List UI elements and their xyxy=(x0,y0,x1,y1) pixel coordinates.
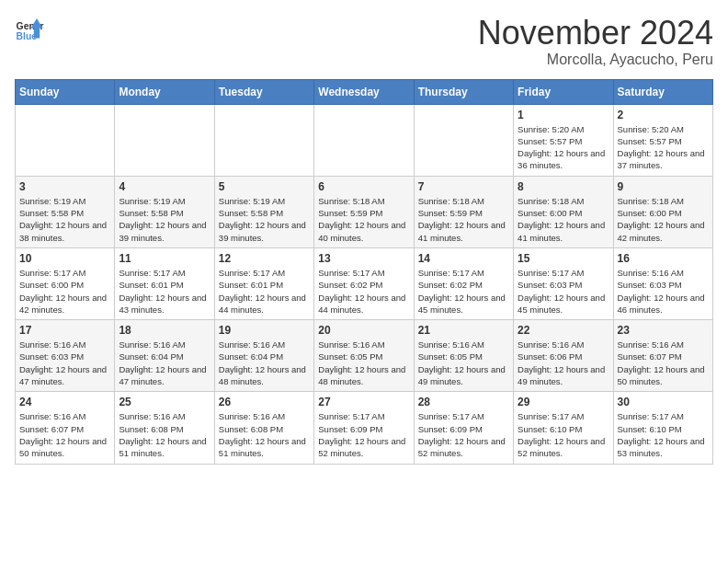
cell-info: Sunrise: 5:18 AM Sunset: 5:59 PM Dayligh… xyxy=(418,195,509,244)
calendar-header-row: SundayMondayTuesdayWednesdayThursdayFrid… xyxy=(16,79,713,104)
calendar-cell: 14 Sunrise: 5:17 AM Sunset: 6:02 PM Dayl… xyxy=(414,247,513,319)
calendar-cell: 25 Sunrise: 5:16 AM Sunset: 6:08 PM Dayl… xyxy=(115,392,214,464)
cell-info: Sunrise: 5:16 AM Sunset: 6:06 PM Dayligh… xyxy=(518,339,609,387)
cell-info: Sunrise: 5:16 AM Sunset: 6:08 PM Dayligh… xyxy=(219,410,310,459)
cell-date: 29 xyxy=(518,396,609,408)
calendar-cell: 28 Sunrise: 5:17 AM Sunset: 6:09 PM Dayl… xyxy=(414,392,513,464)
cell-date: 2 xyxy=(618,109,709,121)
cell-date: 16 xyxy=(618,252,709,265)
calendar-cell: 29 Sunrise: 5:17 AM Sunset: 6:10 PM Dayl… xyxy=(514,392,613,464)
calendar-cell: 24 Sunrise: 5:16 AM Sunset: 6:07 PM Dayl… xyxy=(16,392,115,464)
calendar-table: SundayMondayTuesdayWednesdayThursdayFrid… xyxy=(15,79,713,465)
calendar-cell: 7 Sunrise: 5:18 AM Sunset: 5:59 PM Dayli… xyxy=(414,176,513,247)
cell-info: Sunrise: 5:17 AM Sunset: 6:00 PM Dayligh… xyxy=(19,267,110,316)
calendar-cell: 9 Sunrise: 5:18 AM Sunset: 6:00 PM Dayli… xyxy=(613,176,712,247)
cell-date: 19 xyxy=(219,324,310,337)
cell-info: Sunrise: 5:17 AM Sunset: 6:09 PM Dayligh… xyxy=(318,410,409,459)
calendar-day-header: Saturday xyxy=(613,79,712,104)
cell-date: 8 xyxy=(518,180,609,193)
title-block: November 2024 Morcolla, Ayacucho, Peru xyxy=(478,15,713,68)
cell-info: Sunrise: 5:16 AM Sunset: 6:05 PM Dayligh… xyxy=(418,339,509,387)
cell-info: Sunrise: 5:17 AM Sunset: 6:09 PM Dayligh… xyxy=(418,410,509,459)
cell-info: Sunrise: 5:19 AM Sunset: 5:58 PM Dayligh… xyxy=(119,195,210,244)
cell-info: Sunrise: 5:20 AM Sunset: 5:57 PM Dayligh… xyxy=(618,123,709,172)
calendar-cell: 27 Sunrise: 5:17 AM Sunset: 6:09 PM Dayl… xyxy=(314,392,414,464)
calendar-cell: 3 Sunrise: 5:19 AM Sunset: 5:58 PM Dayli… xyxy=(16,176,115,247)
cell-date: 5 xyxy=(219,180,310,193)
page-title: November 2024 xyxy=(478,15,713,52)
cell-info: Sunrise: 5:18 AM Sunset: 6:00 PM Dayligh… xyxy=(618,195,709,244)
cell-info: Sunrise: 5:16 AM Sunset: 6:03 PM Dayligh… xyxy=(618,267,709,316)
calendar-cell: 1 Sunrise: 5:20 AM Sunset: 5:57 PM Dayli… xyxy=(514,104,613,176)
cell-date: 26 xyxy=(219,396,310,408)
cell-date: 21 xyxy=(418,324,509,337)
cell-date: 17 xyxy=(19,324,110,337)
calendar-cell: 15 Sunrise: 5:17 AM Sunset: 6:03 PM Dayl… xyxy=(514,247,613,319)
calendar-cell: 23 Sunrise: 5:16 AM Sunset: 6:07 PM Dayl… xyxy=(613,320,712,392)
calendar-cell: 19 Sunrise: 5:16 AM Sunset: 6:04 PM Dayl… xyxy=(214,320,313,392)
cell-date: 3 xyxy=(19,180,110,193)
cell-date: 15 xyxy=(518,252,609,265)
cell-date: 4 xyxy=(119,180,210,193)
calendar-cell: 13 Sunrise: 5:17 AM Sunset: 6:02 PM Dayl… xyxy=(314,247,414,319)
calendar-cell xyxy=(115,104,214,176)
cell-info: Sunrise: 5:19 AM Sunset: 5:58 PM Dayligh… xyxy=(19,195,110,244)
calendar-cell: 22 Sunrise: 5:16 AM Sunset: 6:06 PM Dayl… xyxy=(514,320,613,392)
calendar-week-row: 3 Sunrise: 5:19 AM Sunset: 5:58 PM Dayli… xyxy=(16,176,713,247)
cell-date: 12 xyxy=(219,252,310,265)
cell-info: Sunrise: 5:17 AM Sunset: 6:01 PM Dayligh… xyxy=(219,267,310,316)
cell-date: 6 xyxy=(318,180,409,193)
cell-info: Sunrise: 5:19 AM Sunset: 5:58 PM Dayligh… xyxy=(219,195,310,244)
cell-info: Sunrise: 5:17 AM Sunset: 6:03 PM Dayligh… xyxy=(518,267,609,316)
calendar-cell: 21 Sunrise: 5:16 AM Sunset: 6:05 PM Dayl… xyxy=(414,320,513,392)
calendar-week-row: 24 Sunrise: 5:16 AM Sunset: 6:07 PM Dayl… xyxy=(16,392,713,464)
cell-info: Sunrise: 5:16 AM Sunset: 6:08 PM Dayligh… xyxy=(119,410,210,459)
cell-date: 24 xyxy=(19,396,110,408)
calendar-cell xyxy=(414,104,513,176)
cell-date: 9 xyxy=(618,180,709,193)
cell-info: Sunrise: 5:17 AM Sunset: 6:10 PM Dayligh… xyxy=(618,410,709,459)
cell-info: Sunrise: 5:16 AM Sunset: 6:03 PM Dayligh… xyxy=(19,339,110,387)
calendar-cell: 8 Sunrise: 5:18 AM Sunset: 6:00 PM Dayli… xyxy=(514,176,613,247)
cell-date: 20 xyxy=(318,324,409,337)
calendar-cell: 17 Sunrise: 5:16 AM Sunset: 6:03 PM Dayl… xyxy=(16,320,115,392)
cell-date: 30 xyxy=(618,396,709,408)
calendar-cell: 20 Sunrise: 5:16 AM Sunset: 6:05 PM Dayl… xyxy=(314,320,414,392)
cell-info: Sunrise: 5:16 AM Sunset: 6:04 PM Dayligh… xyxy=(119,339,210,387)
cell-info: Sunrise: 5:17 AM Sunset: 6:01 PM Dayligh… xyxy=(119,267,210,316)
cell-date: 1 xyxy=(518,109,609,121)
cell-info: Sunrise: 5:16 AM Sunset: 6:05 PM Dayligh… xyxy=(318,339,409,387)
cell-date: 27 xyxy=(318,396,409,408)
calendar-cell: 5 Sunrise: 5:19 AM Sunset: 5:58 PM Dayli… xyxy=(214,176,313,247)
cell-date: 13 xyxy=(318,252,409,265)
calendar-cell: 6 Sunrise: 5:18 AM Sunset: 5:59 PM Dayli… xyxy=(314,176,414,247)
calendar-cell: 11 Sunrise: 5:17 AM Sunset: 6:01 PM Dayl… xyxy=(115,247,214,319)
cell-info: Sunrise: 5:20 AM Sunset: 5:57 PM Dayligh… xyxy=(518,123,609,172)
calendar-week-row: 17 Sunrise: 5:16 AM Sunset: 6:03 PM Dayl… xyxy=(16,320,713,392)
calendar-cell: 12 Sunrise: 5:17 AM Sunset: 6:01 PM Dayl… xyxy=(214,247,313,319)
calendar-cell: 10 Sunrise: 5:17 AM Sunset: 6:00 PM Dayl… xyxy=(16,247,115,319)
cell-date: 11 xyxy=(119,252,210,265)
calendar-cell: 2 Sunrise: 5:20 AM Sunset: 5:57 PM Dayli… xyxy=(613,104,712,176)
calendar-day-header: Friday xyxy=(514,79,613,104)
cell-date: 23 xyxy=(618,324,709,337)
calendar-cell: 26 Sunrise: 5:16 AM Sunset: 6:08 PM Dayl… xyxy=(214,392,313,464)
cell-info: Sunrise: 5:17 AM Sunset: 6:02 PM Dayligh… xyxy=(318,267,409,316)
calendar-week-row: 10 Sunrise: 5:17 AM Sunset: 6:00 PM Dayl… xyxy=(16,247,713,319)
calendar-day-header: Thursday xyxy=(414,79,513,104)
cell-date: 10 xyxy=(19,252,110,265)
calendar-day-header: Wednesday xyxy=(314,79,414,104)
calendar-cell: 4 Sunrise: 5:19 AM Sunset: 5:58 PM Dayli… xyxy=(115,176,214,247)
cell-date: 28 xyxy=(418,396,509,408)
cell-info: Sunrise: 5:17 AM Sunset: 6:02 PM Dayligh… xyxy=(418,267,509,316)
calendar-cell xyxy=(16,104,115,176)
logo: General Blue xyxy=(15,15,44,44)
calendar-day-header: Monday xyxy=(115,79,214,104)
cell-date: 7 xyxy=(418,180,509,193)
cell-info: Sunrise: 5:18 AM Sunset: 5:59 PM Dayligh… xyxy=(318,195,409,244)
cell-info: Sunrise: 5:16 AM Sunset: 6:04 PM Dayligh… xyxy=(219,339,310,387)
cell-info: Sunrise: 5:16 AM Sunset: 6:07 PM Dayligh… xyxy=(618,339,709,387)
cell-date: 14 xyxy=(418,252,509,265)
calendar-cell xyxy=(314,104,414,176)
logo-icon: General Blue xyxy=(15,15,44,44)
